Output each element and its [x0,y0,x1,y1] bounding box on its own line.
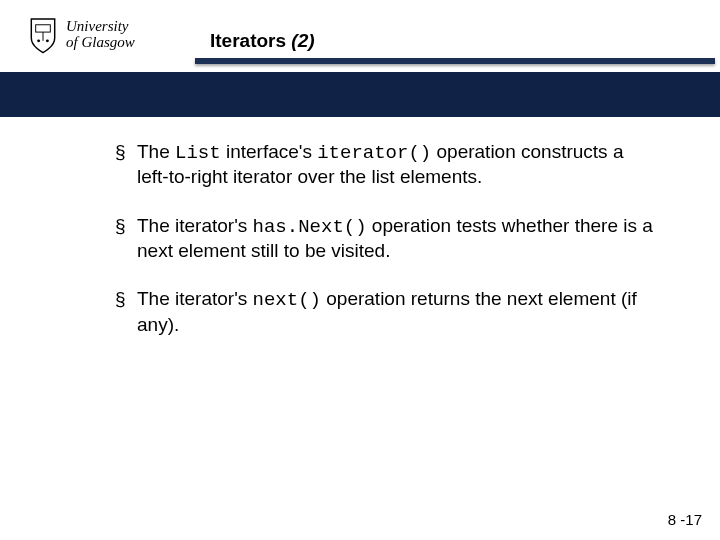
title-suffix: (2) [291,30,314,51]
bullet-list: The List interface's iterator() operatio… [115,140,655,337]
list-item: The iterator's has.Next() operation test… [115,214,655,264]
logo-line2: of Glasgow [66,35,135,51]
university-logo: University of Glasgow [28,16,135,54]
text: The iterator's [137,215,253,236]
header-bar: University of Glasgow Iterators (2) [0,0,720,72]
code-span: iterator() [317,142,431,164]
svg-point-3 [46,39,49,42]
title-underline [195,58,715,64]
text: The iterator's [137,288,253,309]
accent-bar [0,72,720,117]
svg-rect-0 [36,25,51,32]
text: interface's [221,141,318,162]
code-span: List [175,142,221,164]
logo-line1: University [66,19,135,35]
svg-point-2 [37,39,40,42]
page-number: 8 -17 [668,511,702,528]
title-main: Iterators [210,30,286,51]
code-span: next() [253,289,321,311]
logo-text: University of Glasgow [66,19,135,51]
slide-title: Iterators (2) [210,30,315,52]
code-span: has.Next() [253,216,367,238]
body-content: The List interface's iterator() operatio… [115,140,655,361]
crest-icon [28,16,58,54]
list-item: The iterator's next() operation returns … [115,287,655,337]
list-item: The List interface's iterator() operatio… [115,140,655,190]
text: The [137,141,175,162]
slide: University of Glasgow Iterators (2) The … [0,0,720,540]
